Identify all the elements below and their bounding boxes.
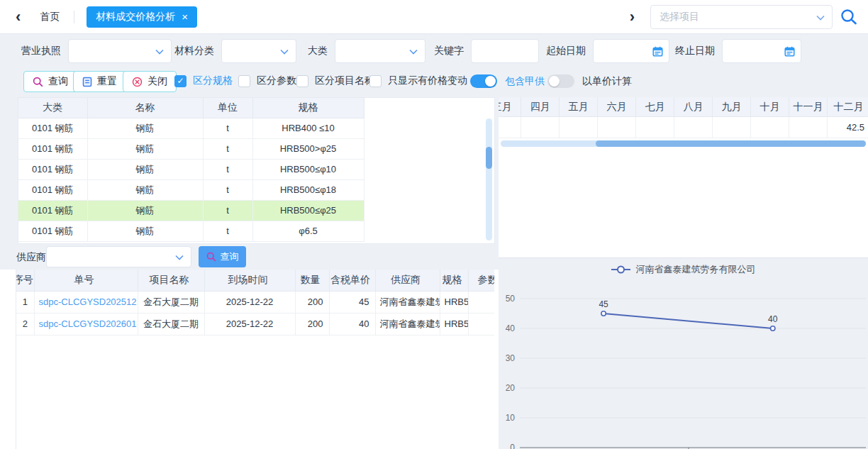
toggle-item[interactable]: 包含甲供 xyxy=(470,74,545,88)
cell-spec: HRB500≤φ25 xyxy=(440,291,468,313)
checkbox-icon[interactable]: ✓ xyxy=(296,75,308,87)
order-number-link[interactable]: sdpc-CLCGYSD202601 xyxy=(34,313,138,335)
checkbox-label: 区分规格 xyxy=(193,74,233,87)
checkbox-icon[interactable]: ✓ xyxy=(174,75,187,87)
svg-text:20: 20 xyxy=(506,383,516,393)
toggle-item[interactable]: 以单价计算 xyxy=(547,74,632,88)
month-price-cell xyxy=(598,117,636,138)
toggle-label: 包含甲供 xyxy=(505,75,545,88)
materials-table-row[interactable]: 0101 钢筋 钢筋 t φ6.5 xyxy=(18,221,364,241)
checkbox-item[interactable]: ✓ 区分项目名称 xyxy=(296,74,374,87)
cell-spec: HRB500≤φ10 xyxy=(252,159,364,179)
cell-project: 金石大厦二期 xyxy=(138,291,204,313)
filter-end-date: 终止日期 xyxy=(675,39,801,63)
line-chart: 504030201004540 xyxy=(499,258,868,449)
cell-name: 钢筋 xyxy=(87,138,203,159)
close-tab-icon[interactable]: × xyxy=(182,11,188,22)
toggle-knob xyxy=(485,76,496,87)
material-category-select[interactable] xyxy=(221,39,296,63)
chevron-down-icon xyxy=(816,15,825,21)
end-date-label: 终止日期 xyxy=(675,45,715,57)
materials-table-row[interactable]: 0101 钢筋 钢筋 t HRB500≤φ18 xyxy=(18,179,364,200)
query-button-label: 查询 xyxy=(48,75,68,88)
month-column-header: 十月 xyxy=(751,97,789,116)
svg-text:10: 10 xyxy=(506,413,516,423)
orders-column-header: 单号 xyxy=(34,270,138,291)
checkbox-icon[interactable]: ✓ xyxy=(369,75,382,87)
materials-column-header: 规格 xyxy=(252,98,364,118)
reset-button[interactable]: 重置 xyxy=(73,71,126,92)
checkbox-item[interactable]: ✓ 区分规格 xyxy=(174,74,233,87)
major-class-select[interactable] xyxy=(335,39,425,63)
document-icon xyxy=(82,77,92,87)
month-column-header: 九月 xyxy=(713,97,751,116)
svg-text:0: 0 xyxy=(510,443,515,449)
cell-category: 0101 钢筋 xyxy=(18,200,87,221)
vertical-scrollbar[interactable] xyxy=(486,118,492,240)
cell-price: 45 xyxy=(329,291,375,313)
top-bar: ‹ 首页 材料成交价格分析 × › 选择项目 xyxy=(0,0,868,34)
month-price-cell xyxy=(636,117,674,138)
orders-column-header: 含税单价 xyxy=(329,270,375,291)
orders-table-row[interactable]: 2 sdpc-CLCGYSD202601 金石大厦二期 2025-12-22 2… xyxy=(16,313,494,335)
materials-table-row[interactable]: 0101 钢筋 钢筋 t HRB500≤φ25 xyxy=(18,200,364,221)
orders-column-header: 序号 xyxy=(16,270,34,291)
search-icon[interactable] xyxy=(840,8,858,26)
tab-home[interactable]: 首页 xyxy=(40,11,60,23)
vertical-scrollbar-thumb[interactable] xyxy=(486,147,492,169)
materials-table-row[interactable]: 0101 钢筋 钢筋 t HRB400 ≤10 xyxy=(18,118,364,138)
forward-icon[interactable]: › xyxy=(630,9,635,25)
major-class-label: 大类 xyxy=(308,45,328,57)
month-column-header: 十一月 xyxy=(789,97,828,116)
supplier-select[interactable] xyxy=(46,246,191,267)
end-date-input[interactable] xyxy=(722,39,801,63)
checkbox-label: 只显示有价格变动 xyxy=(388,74,467,87)
toggle-switch[interactable] xyxy=(547,74,574,88)
supplier-bar: 供应商 查询 xyxy=(0,244,499,270)
horizontal-scrollbar[interactable] xyxy=(501,140,866,147)
toggle-knob xyxy=(549,76,560,87)
query-button[interactable]: 查询 xyxy=(23,71,77,92)
orders-table-row[interactable]: 1 sdpc-CLCGYSD202512 金石大厦二期 2025-12-22 2… xyxy=(16,291,494,313)
tab-material-price-analysis[interactable]: 材料成交价格分析 × xyxy=(87,6,197,28)
supplier-query-button[interactable]: 查询 xyxy=(199,246,246,267)
order-number-link[interactable]: sdpc-CLCGYSD202512 xyxy=(34,291,138,313)
cell-unit: t xyxy=(203,221,252,241)
checkbox-icon[interactable]: ✓ xyxy=(238,75,250,87)
horizontal-scrollbar-thumb[interactable] xyxy=(596,140,866,147)
month-column-header: 十二月 xyxy=(828,97,868,116)
cell-spec: HRB400 ≤10 xyxy=(252,118,364,138)
month-column-header: 八月 xyxy=(674,97,713,116)
cell-name: 钢筋 xyxy=(87,200,203,221)
cell-unit: t xyxy=(203,138,252,159)
project-select[interactable]: 选择项目 xyxy=(650,5,833,29)
cell-supplier: 河南省鑫泰建筑劳务有限公司 xyxy=(375,291,440,313)
toggle-label: 以单价计算 xyxy=(582,75,632,88)
month-price-cell xyxy=(521,117,560,138)
svg-text:40: 40 xyxy=(506,323,516,333)
business-license-select[interactable] xyxy=(68,39,172,63)
materials-table-row[interactable]: 0101 钢筋 钢筋 t HRB500≤φ10 xyxy=(18,159,364,179)
keyword-input[interactable] xyxy=(471,39,539,63)
orders-column-header: 数量 xyxy=(295,270,329,291)
orders-table-clip: 序号单号项目名称到场时间数量含税单价供应商规格参数 1 sdpc-CLCGYSD… xyxy=(16,270,494,449)
back-icon[interactable]: ‹ xyxy=(16,9,21,25)
chevron-down-icon xyxy=(409,49,418,55)
close-button[interactable]: 关闭 xyxy=(123,71,177,92)
toggle-switch[interactable] xyxy=(470,74,497,88)
month-price-cell xyxy=(560,117,598,138)
keyword-label: 关键字 xyxy=(434,45,464,57)
cell-spec: HRB500≤φ18 xyxy=(252,179,364,200)
start-date-input[interactable] xyxy=(593,39,669,63)
checkbox-item[interactable]: ✓ 只显示有价格变动 xyxy=(369,74,467,87)
cell-supplier: 河南省鑫泰建筑劳务有限公司 xyxy=(375,313,440,335)
checkbox-item[interactable]: ✓ 区分参数 xyxy=(238,74,296,87)
month-column-header: 三月 xyxy=(499,97,521,116)
cell-spec: φ6.5 xyxy=(252,221,364,241)
checkbox-label: 区分参数 xyxy=(257,74,296,87)
materials-table-row[interactable]: 0101 钢筋 钢筋 t HRB500>φ25 xyxy=(18,138,364,159)
orders-column-header: 参数 xyxy=(468,270,494,291)
cell-arrival: 2025-12-22 xyxy=(204,313,295,335)
materials-table: 大类名称单位规格 0101 钢筋 钢筋 t HRB400 ≤10 0101 钢筋… xyxy=(18,98,365,242)
orders-column-header: 项目名称 xyxy=(138,270,204,291)
